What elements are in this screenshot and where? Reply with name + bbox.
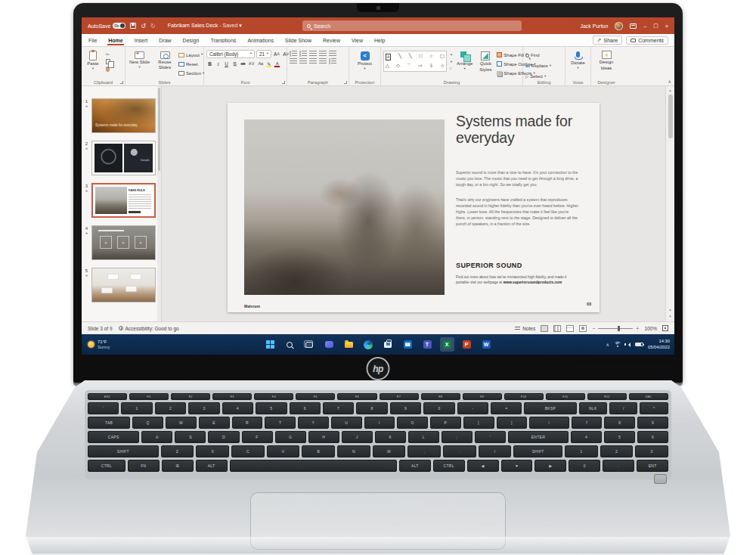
slide-paragraph-1[interactable]: Superior sound is more than a nice-to-ha… [456, 169, 578, 188]
taskbar-icon-start[interactable] [263, 337, 277, 352]
tab-insert[interactable]: Insert [134, 36, 149, 45]
bold-button[interactable]: B [206, 60, 213, 67]
tab-design[interactable]: Design [182, 36, 200, 45]
indent-decrease-button[interactable] [309, 51, 317, 57]
design-ideas-button[interactable]: Design Ideas [597, 49, 615, 71]
slide-thumbnail-1[interactable]: Systems made for everyday [91, 98, 156, 133]
layout-button[interactable]: Layout▾ [178, 51, 204, 58]
fit-slide-button[interactable] [662, 325, 668, 331]
character-spacing-button[interactable]: AV [248, 60, 256, 67]
reset-button[interactable]: Reset [178, 60, 204, 67]
find-button[interactable]: Find [525, 51, 551, 59]
shape-glyph[interactable]: A [386, 54, 391, 60]
new-slide-button[interactable]: New Slide ▾ [128, 49, 151, 77]
indent-increase-button[interactable] [319, 51, 327, 57]
font-dialog-launcher[interactable] [282, 81, 285, 84]
quick-styles-button[interactable]: Quick Styles [476, 49, 494, 77]
line-spacing-button[interactable] [329, 51, 336, 57]
justify-button[interactable] [319, 58, 327, 64]
shape-glyph[interactable]: △ [386, 64, 389, 69]
slide-thumbnail-3[interactable]: FANS RULE [91, 183, 156, 218]
battery-icon[interactable] [635, 343, 643, 347]
taskbar-clock[interactable]: 14:3005/04/2022 [648, 339, 670, 349]
slide-heading[interactable]: SUPERIOR SOUND [456, 262, 522, 269]
replace-button[interactable]: abReplace▾ [525, 62, 551, 70]
arrange-button[interactable]: Arrange ▾ [455, 49, 474, 77]
slide-thumbnail-5[interactable] [91, 268, 156, 302]
shape-glyph[interactable]: ○ [429, 54, 432, 60]
tab-draw[interactable]: Draw [158, 36, 172, 45]
slide-thumbnail-2[interactable]: Details [91, 141, 156, 175]
select-button[interactable]: ▷Select▾ [525, 73, 551, 80]
taskbar-icon-excel[interactable]: X [440, 337, 454, 352]
taskbar-icon-task-view[interactable] [302, 337, 317, 352]
next-slide-button[interactable]: ▾ [669, 314, 671, 318]
tab-transitions[interactable]: Transitions [209, 36, 237, 45]
previous-slide-button[interactable]: ▴ [669, 307, 671, 312]
minimize-button[interactable]: – [643, 23, 646, 29]
user-name[interactable]: Jack Purton [580, 23, 608, 29]
collapse-ribbon-chevron[interactable]: ∧ [668, 79, 671, 84]
slide-paragraph-2[interactable]: That's why our engineers have crafted a … [456, 197, 578, 227]
slideshow-button[interactable] [579, 325, 587, 332]
avatar[interactable] [615, 22, 623, 30]
align-left-button[interactable] [290, 58, 297, 64]
font-size-select[interactable]: 21▾ [256, 50, 271, 58]
shape-glyph[interactable]: ╲ [398, 54, 401, 60]
highlight-color-button[interactable]: ✎ [265, 60, 272, 67]
thumbnail-scrollbar[interactable] [157, 86, 161, 321]
clipboard-dialog-launcher[interactable] [120, 81, 123, 84]
normal-view-button[interactable] [541, 325, 548, 332]
dictate-button[interactable]: Dictate ▾ [569, 49, 587, 70]
comments-button[interactable]: Comments [626, 36, 668, 45]
taskbar-icon-file-explorer[interactable] [342, 337, 356, 352]
slide-canvas[interactable]: Systems made for everyday Superior sound… [162, 86, 665, 321]
share-button[interactable]: ⇗Share [593, 36, 623, 45]
taskbar-icon-teams[interactable]: T [420, 337, 435, 352]
paragraph-dialog-launcher[interactable] [344, 81, 347, 84]
underline-button[interactable]: U [223, 60, 230, 67]
shape-gallery[interactable]: A╲╲□○▢ △◇⌒⇨⇩☆ [383, 51, 447, 72]
zoom-level[interactable]: 100% [644, 326, 657, 331]
italic-button[interactable]: I [215, 60, 222, 67]
save-icon[interactable] [130, 23, 136, 29]
strikethrough-button[interactable]: ab [240, 60, 246, 67]
volume-icon[interactable] [626, 343, 631, 347]
zoom-slider[interactable] [598, 328, 633, 329]
chevron-up-icon[interactable]: ∧ [606, 342, 609, 347]
slide-photo[interactable] [244, 119, 445, 295]
search-input[interactable] [314, 23, 517, 29]
weather-widget[interactable]: 71°FSunny [88, 340, 110, 350]
shape-glyph[interactable]: ▢ [440, 54, 445, 60]
redo-icon[interactable]: ↻ [150, 23, 156, 29]
taskbar-icon-edge[interactable] [361, 337, 376, 352]
text-shadow-button[interactable]: S [231, 60, 238, 67]
scroll-up-arrow[interactable]: ▴ [669, 88, 671, 92]
slide-title[interactable]: Systems made for everyday [456, 113, 590, 146]
shape-gallery-scroll[interactable]: ▲▼≡ [450, 51, 453, 72]
undo-icon[interactable]: ↺ [141, 23, 146, 29]
numbering-button[interactable] [299, 51, 307, 57]
tab-help[interactable]: Help [373, 36, 386, 45]
taskbar-icon-outlook[interactable] [401, 337, 415, 352]
shape-glyph[interactable]: □ [419, 54, 422, 60]
autosave-toggle[interactable]: AutoSave On [88, 23, 125, 29]
slide-sorter-button[interactable] [553, 325, 561, 332]
columns-button[interactable] [329, 58, 336, 64]
shape-glyph[interactable]: ⇨ [418, 64, 422, 69]
shape-glyph[interactable]: ⇩ [429, 64, 433, 69]
tab-file[interactable]: File [88, 36, 98, 45]
tab-review[interactable]: Review [322, 36, 341, 45]
autosave-switch[interactable]: On [113, 23, 125, 29]
shape-glyph[interactable]: ╲ [409, 54, 412, 60]
section-button[interactable]: Section▾ [178, 70, 204, 77]
copy-button[interactable] [104, 58, 111, 65]
close-button[interactable]: × [665, 23, 668, 29]
document-title[interactable]: Fabrikam Sales Deck - Saved ▾ [168, 23, 242, 29]
tab-animations[interactable]: Animations [246, 36, 274, 45]
align-center-button[interactable] [299, 58, 307, 64]
align-right-button[interactable] [309, 58, 317, 64]
cut-button[interactable]: ✂ [104, 51, 111, 57]
restore-button[interactable]: ▢ [653, 23, 658, 29]
zoom-slider-thumb[interactable] [618, 326, 620, 331]
